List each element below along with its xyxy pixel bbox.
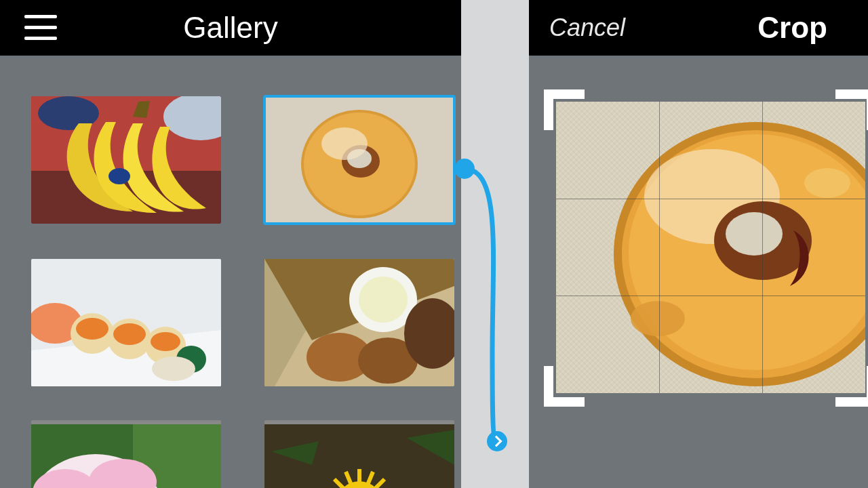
gallery-title: Gallery	[0, 0, 461, 56]
svg-point-19	[151, 332, 180, 351]
svg-point-26	[359, 277, 408, 323]
svg-point-15	[76, 318, 108, 340]
thumbnail-grid	[0, 56, 461, 488]
crop-image	[556, 102, 865, 393]
thumb-donut[interactable]	[264, 96, 454, 224]
svg-point-68	[631, 301, 685, 336]
crop-header: Cancel Crop	[529, 0, 868, 56]
panel-divider	[461, 0, 529, 488]
gallery-header: Gallery	[0, 0, 461, 56]
thumb-bread-dip[interactable]	[264, 259, 454, 386]
app-stage: Gallery	[0, 0, 868, 488]
crop-panel: Cancel Crop	[529, 0, 868, 488]
thumb-dandelion[interactable]	[264, 420, 454, 488]
crop-handle-bottom-right[interactable]	[835, 366, 868, 407]
crop-handle-top-left[interactable]	[544, 89, 585, 130]
thumb-pink-flower[interactable]	[31, 420, 221, 488]
cancel-button[interactable]: Cancel	[549, 0, 625, 56]
gallery-panel: Gallery	[0, 0, 461, 488]
svg-point-10	[321, 127, 368, 160]
svg-point-4	[108, 168, 130, 184]
crop-title: Crop	[757, 0, 827, 56]
svg-point-17	[113, 323, 146, 345]
thumb-bananas[interactable]	[31, 96, 221, 224]
svg-point-21	[152, 357, 195, 381]
crop-area[interactable]	[549, 95, 868, 407]
svg-point-67	[726, 212, 783, 256]
svg-point-69	[804, 168, 850, 198]
crop-handle-top-right[interactable]	[835, 89, 868, 130]
thumb-sushi[interactable]	[31, 259, 221, 386]
crop-handle-bottom-left[interactable]	[544, 366, 585, 407]
